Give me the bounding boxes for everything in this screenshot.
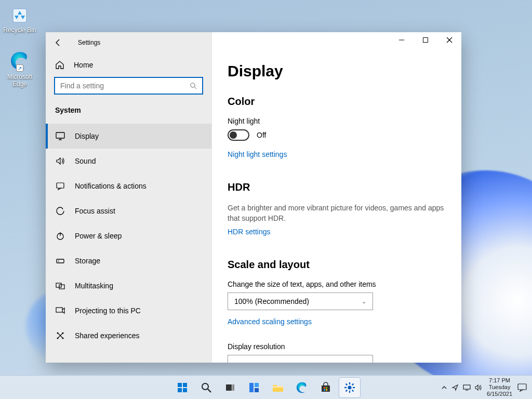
home-button[interactable]: Home — [46, 53, 211, 75]
close-button[interactable] — [437, 32, 461, 48]
nav-item-multitasking[interactable]: Multitasking — [46, 273, 211, 298]
svg-point-26 — [202, 383, 208, 390]
nav-item-label: Focus assist — [75, 207, 115, 215]
svg-rect-24 — [178, 388, 182, 392]
svg-line-47 — [352, 383, 354, 385]
nav-item-focus-assist[interactable]: Focus assist — [46, 198, 211, 223]
svg-rect-36 — [326, 387, 327, 389]
focus-assist-icon — [55, 206, 65, 216]
svg-rect-3 — [56, 132, 64, 138]
display-icon — [55, 131, 65, 141]
power-icon — [55, 231, 65, 241]
shortcut-overlay-icon: ↗ — [16, 64, 23, 72]
nav-item-display[interactable]: Display — [46, 124, 211, 149]
section-hdr: HDR — [228, 181, 446, 193]
svg-rect-29 — [232, 384, 234, 391]
clock-time: 7:17 PM — [487, 377, 512, 384]
svg-line-27 — [208, 389, 211, 392]
titlebar-left: Settings — [46, 32, 211, 53]
svg-rect-33 — [273, 386, 283, 388]
advanced-scaling-link[interactable]: Advanced scaling settings — [228, 317, 312, 326]
storage-icon — [55, 256, 65, 266]
store-button[interactable] — [315, 377, 337, 398]
page-title: Display — [228, 62, 446, 80]
night-light-settings-link[interactable]: Night light settings — [228, 150, 287, 158]
svg-rect-37 — [324, 389, 325, 391]
edge-icon: ↗ — [9, 50, 31, 72]
nav-item-label: Display — [75, 132, 99, 140]
content-area: Display Color Night light Off Night ligh… — [212, 32, 461, 363]
change-size-label: Change the size of text, apps, and other… — [228, 280, 446, 288]
minimize-button[interactable] — [390, 32, 414, 48]
nav-item-sound[interactable]: Sound — [46, 149, 211, 174]
svg-rect-48 — [463, 385, 470, 389]
svg-rect-38 — [326, 389, 327, 391]
desktop-icon-edge[interactable]: ↗ Microsoft Edge — [0, 50, 39, 88]
resolution-dropdown[interactable]: ⌄ — [228, 355, 373, 363]
desktop-icon-label: Microsoft Edge — [0, 73, 39, 88]
scale-dropdown[interactable]: 100% (Recommended) ⌄ — [228, 292, 373, 310]
nav-item-shared-experiences[interactable]: Shared experiences — [46, 323, 211, 348]
file-explorer-button[interactable] — [267, 377, 289, 398]
edge-button[interactable] — [291, 377, 313, 398]
svg-rect-6 — [57, 183, 64, 188]
taskbar: 7:17 PM Tuesday 6/15/2021 — [0, 375, 532, 399]
svg-rect-35 — [324, 387, 325, 389]
svg-rect-25 — [183, 388, 187, 392]
maximize-button[interactable] — [414, 32, 437, 48]
taskbar-search-button[interactable] — [195, 377, 217, 398]
nav-item-projecting[interactable]: Projecting to this PC — [46, 298, 211, 323]
chevron-down-icon: ⌄ — [362, 298, 366, 305]
section-scale: Scale and layout — [228, 259, 446, 271]
settings-taskbar-button[interactable] — [339, 377, 361, 398]
svg-rect-28 — [226, 384, 232, 391]
svg-rect-32 — [255, 388, 259, 392]
tray-overflow-icon[interactable] — [441, 384, 447, 391]
volume-icon[interactable] — [475, 384, 483, 391]
task-view-button[interactable] — [219, 377, 241, 398]
svg-line-45 — [352, 390, 354, 391]
display-tray-icon[interactable] — [463, 384, 471, 391]
svg-rect-50 — [518, 384, 526, 390]
back-button[interactable] — [53, 37, 63, 48]
desktop-icon-recycle-bin[interactable]: Recycle Bin — [0, 3, 39, 34]
search-input[interactable] — [60, 82, 190, 90]
content-scroll[interactable]: Display Color Night light Off Night ligh… — [212, 53, 461, 363]
svg-line-44 — [346, 383, 348, 385]
nav-item-label: Projecting to this PC — [75, 307, 141, 315]
hdr-description: Get a brighter and more vibrant picture … — [228, 203, 446, 223]
taskbar-clock[interactable]: 7:17 PM Tuesday 6/15/2021 — [487, 377, 512, 397]
section-color: Color — [228, 96, 446, 108]
svg-rect-30 — [249, 383, 254, 392]
widgets-button[interactable] — [243, 377, 265, 398]
scale-value: 100% (Recommended) — [234, 297, 309, 305]
location-icon[interactable] — [451, 384, 459, 391]
svg-rect-23 — [183, 383, 187, 387]
hdr-settings-link[interactable]: HDR settings — [228, 228, 270, 236]
start-button[interactable] — [171, 377, 193, 398]
taskbar-center — [171, 376, 361, 399]
night-light-toggle[interactable] — [228, 129, 249, 141]
svg-point-39 — [348, 385, 352, 389]
svg-rect-12 — [59, 285, 64, 289]
svg-rect-13 — [56, 308, 62, 312]
svg-rect-11 — [56, 283, 61, 287]
nav-item-power-sleep[interactable]: Power & sleep — [46, 223, 211, 248]
nav-list: Display Sound Notifications & actions Fo… — [46, 124, 211, 363]
projecting-icon — [55, 305, 65, 316]
nav-item-label: Multitasking — [75, 282, 113, 290]
nav-item-label: Sound — [75, 157, 96, 165]
clock-date: 6/15/2021 — [487, 391, 512, 397]
nav-item-storage[interactable]: Storage — [46, 248, 211, 273]
system-tray: 7:17 PM Tuesday 6/15/2021 — [441, 376, 528, 399]
recycle-bin-icon — [9, 3, 31, 25]
window-title: Settings — [78, 39, 100, 46]
search-box[interactable] — [54, 77, 203, 95]
home-label: Home — [74, 61, 93, 69]
action-center-button[interactable] — [516, 382, 528, 393]
settings-sidebar: Settings Home System Display Sound — [46, 32, 212, 363]
nav-item-notifications[interactable]: Notifications & actions — [46, 174, 211, 198]
clock-day: Tuesday — [487, 384, 512, 391]
night-light-state: Off — [257, 131, 266, 139]
svg-line-2 — [194, 87, 196, 89]
